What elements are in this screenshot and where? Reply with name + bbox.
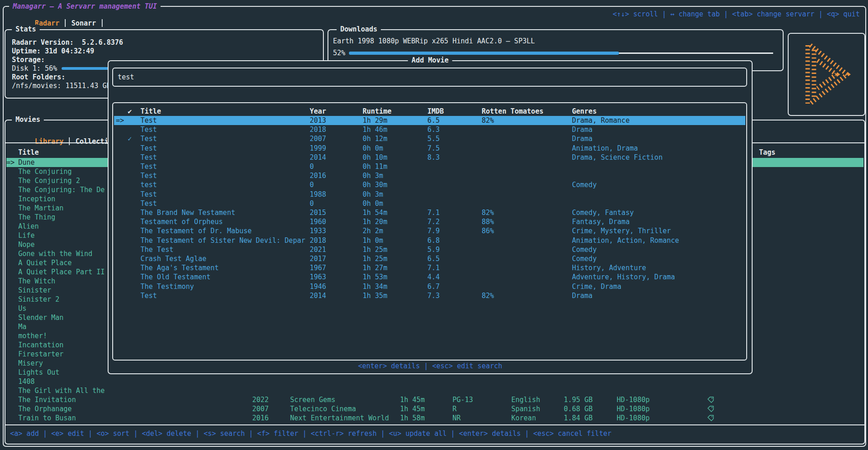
- movie-search-input[interactable]: [117, 69, 744, 85]
- movie-title: Misery: [18, 359, 43, 368]
- movie-title: The Martian: [18, 204, 63, 213]
- movie-size: 1.95 GB: [564, 395, 593, 404]
- result-row[interactable]: Test20140h 10m8.3Drama, Science Fiction: [114, 153, 745, 162]
- tab-library[interactable]: Library: [35, 137, 63, 146]
- result-title: Test: [140, 153, 157, 162]
- result-row[interactable]: Testament of Orpheus19601h 20m7.288%Fant…: [114, 217, 745, 226]
- movie-title: Train to Busan: [18, 413, 76, 423]
- download-progress-bar: [349, 52, 619, 55]
- result-row[interactable]: The Testament of Dr. Mabuse19332h 2m7.98…: [114, 226, 745, 235]
- result-title: Test: [140, 162, 157, 171]
- result-imdb: 7.1: [427, 263, 440, 272]
- result-runtime: 1h 20m: [363, 217, 387, 226]
- result-row[interactable]: Test19990h 0m7.5Animation, Drama: [114, 144, 745, 153]
- result-year: 1988: [310, 190, 326, 199]
- movie-title: 1408: [18, 377, 35, 386]
- movie-quality: HD-1080p: [617, 413, 650, 423]
- check-icon: ✓: [128, 134, 132, 143]
- download-percent: 52%: [333, 48, 345, 58]
- tab-separator: [65, 19, 66, 27]
- result-row-selected[interactable]: =>Test20131h 29m6.582%Drama, Romance: [114, 116, 745, 125]
- tag-icon: [707, 395, 714, 404]
- result-title: The Brand New Testament: [140, 208, 235, 217]
- movie-title: Firestarter: [18, 350, 63, 359]
- result-runtime: 1h 46m: [363, 125, 387, 134]
- tag-icon: [707, 413, 714, 423]
- result-row[interactable]: The Brand New Testament20151h 54m7.182%C…: [114, 208, 745, 217]
- movie-title: The Invitation: [18, 395, 76, 404]
- movie-title: The Conjuring 2: [18, 176, 80, 185]
- result-runtime: 1h 34m: [363, 282, 387, 291]
- result-imdb: 5.5: [427, 134, 440, 143]
- selection-arrow: =>: [116, 116, 124, 125]
- result-year: 2018: [310, 125, 326, 134]
- result-row[interactable]: test00h 30mComedy: [114, 180, 745, 189]
- movie-quality: HD-1080p: [617, 404, 650, 413]
- result-genres: Fantasy, Drama: [572, 217, 629, 226]
- movie-row[interactable]: Train to Busan2016Next Entertainment Wor…: [6, 413, 863, 423]
- movie-language: Korean: [511, 413, 536, 423]
- column-header-runtime: Runtime: [363, 107, 391, 116]
- movie-row[interactable]: The Orphanage2007Telecinco Cinema1h 45mR…: [6, 404, 863, 413]
- result-title: The Testament of Sister New Devil: Depar: [140, 236, 305, 245]
- movie-studio: Screen Gems: [290, 395, 335, 404]
- add-movie-modal-title: Add Movie: [408, 56, 452, 65]
- result-runtime: 0h 30m: [363, 180, 387, 189]
- result-row[interactable]: The Testament of Sister New Devil: Depar…: [114, 236, 745, 245]
- result-row[interactable]: The Old Testament19631h 53m4.4Adventure,…: [114, 272, 745, 282]
- movie-size: 1.84 GB: [564, 413, 593, 423]
- result-row[interactable]: Test20181h 46m6.3Drama: [114, 125, 745, 134]
- result-title: Test: [140, 116, 157, 125]
- result-row[interactable]: ✓Test20070h 12m5.5Drama: [114, 134, 745, 143]
- result-year: 2007: [310, 134, 326, 143]
- results-table: ✔ Title Year Runtime IMDB Rotten Tomatoe…: [112, 102, 747, 361]
- tab-sonarr[interactable]: Sonarr: [71, 19, 96, 27]
- movie-runtime: 1h 45m: [400, 404, 425, 413]
- disk-usage-label: Disk 1: 56%: [12, 64, 57, 73]
- result-runtime: 1h 54m: [363, 208, 387, 217]
- result-genres: Drama, Romance: [572, 116, 629, 125]
- result-genres: Drama: [572, 134, 593, 143]
- result-genres: Drama: [572, 125, 593, 134]
- result-imdb: 4.4: [427, 272, 440, 282]
- result-genres: Animation, Drama: [572, 144, 638, 153]
- result-row[interactable]: The Aga's Testament19671h 27m7.1History,…: [114, 263, 745, 272]
- result-imdb: 6.8: [427, 236, 440, 245]
- result-row[interactable]: The Test20211h 25m5.9Comedy: [114, 245, 745, 254]
- movie-title: Life: [18, 231, 35, 240]
- tab-separator: [69, 137, 70, 145]
- movie-language: Spanish: [511, 404, 540, 413]
- result-genres: Crime, Mystery, Thriller: [572, 226, 671, 235]
- result-row[interactable]: The Testimony19461h 34m6.7Crime, Drama: [114, 282, 745, 291]
- movie-title: The Thing: [18, 213, 55, 222]
- movie-title: The Witch: [18, 277, 55, 286]
- movie-title: The Girl with All the: [18, 386, 105, 395]
- movies-panel-title: Movies: [12, 115, 44, 124]
- result-row[interactable]: Crash Test Aglae20171h 25m6.5Comedy: [114, 254, 745, 263]
- add-movie-modal: Add Movie ✔ Title Year Runtime IMDB Rott…: [108, 60, 753, 374]
- download-progress-row: 52%: [333, 48, 773, 58]
- result-row[interactable]: Test00h 11m: [114, 162, 745, 171]
- movie-row[interactable]: The Invitation2022Screen Gems1h 45mPG-13…: [6, 395, 863, 404]
- result-row[interactable]: Test19880h 3m: [114, 190, 745, 199]
- movie-title: The Conjuring: The De: [18, 185, 105, 194]
- result-row[interactable]: Test00h 0m: [114, 199, 745, 208]
- result-genres: Drama, Science Fiction: [572, 153, 663, 162]
- movie-row[interactable]: 1408: [6, 377, 863, 386]
- movie-title: Inception: [18, 194, 55, 204]
- movie-title: Alien: [18, 222, 39, 231]
- result-imdb: 8.3: [427, 153, 440, 162]
- result-imdb: 7.2: [427, 217, 440, 226]
- result-title: The Aga's Testament: [140, 263, 219, 272]
- result-imdb: 6.5: [427, 254, 440, 263]
- tag-icon: [707, 404, 714, 413]
- result-runtime: 0h 3m: [363, 171, 383, 180]
- result-title: Test: [140, 171, 157, 180]
- result-row[interactable]: Test20141h 35m7.382%Drama: [114, 291, 745, 300]
- result-row[interactable]: Test20160h 3m: [114, 171, 745, 180]
- result-runtime: 1h 25m: [363, 245, 387, 254]
- movie-row[interactable]: The Girl with All the: [6, 386, 863, 395]
- movie-year: 2022: [252, 395, 269, 404]
- movie-studio: Telecinco Cinema: [290, 404, 356, 413]
- result-title: test: [140, 180, 157, 189]
